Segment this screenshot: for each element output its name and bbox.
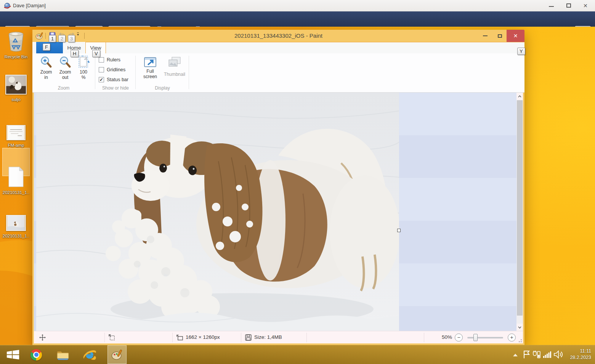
taskbar: 11:11 28.2.2023 xyxy=(0,345,595,364)
desktop-icon-photo-20210131[interactable]: 20210131_1.. xyxy=(2,215,30,238)
taskbar-paint-button[interactable] xyxy=(107,345,127,364)
clock-date: 28.2.2023 xyxy=(570,354,591,361)
zoom-100-label: 100 xyxy=(80,69,87,75)
viewer-toolbar: Full screen Remote control Save screen S… xyxy=(0,11,595,27)
zoom-slider-thumb[interactable] xyxy=(473,334,478,341)
desktop-icon-label: 20210131_1.. xyxy=(2,234,30,238)
network-signal-icon[interactable] xyxy=(543,351,552,358)
resize-grip-icon[interactable] xyxy=(517,338,522,342)
zoom-out-status-button[interactable]: − xyxy=(455,334,463,342)
show-hidden-icons-arrow[interactable] xyxy=(513,354,518,356)
remote-desktop: Recycle Bin suljo FM-amp xyxy=(0,27,595,364)
thumbnail-button-disabled: Thumbnail xyxy=(162,55,187,77)
zoom-out-label2: out xyxy=(62,75,69,80)
zoom-group-label: Zoom xyxy=(32,85,95,91)
desktop-icon-label: 20210131_1.. xyxy=(2,190,30,195)
thumbnail-label: Thumbnail xyxy=(164,72,185,77)
viewer-close-icon[interactable]: ✕ xyxy=(583,3,588,9)
zoom-out-button[interactable]: Zoom out xyxy=(56,55,74,80)
photo-thumbnail-icon xyxy=(6,215,26,231)
keytip-save: 1 xyxy=(49,35,56,42)
group-separator xyxy=(135,56,136,89)
selection-size-icon xyxy=(109,334,115,341)
taskbar-file-explorer-button[interactable] xyxy=(54,345,72,364)
zoom-in-status-button[interactable]: + xyxy=(508,334,516,342)
chrome-icon xyxy=(30,349,42,361)
status-separator xyxy=(424,333,424,342)
status-bar-checkbox[interactable]: ✓ xyxy=(99,77,104,82)
paint-titlebar: ▾ 20210131_133443302_iOS - Paint ✕ xyxy=(32,30,524,42)
paint-minimize-button[interactable] xyxy=(478,30,492,42)
zoom-slider-track[interactable] xyxy=(467,337,503,338)
zoom-in-label: Zoom xyxy=(40,69,52,75)
file-explorer-icon xyxy=(56,349,69,361)
group-separator xyxy=(95,56,95,89)
file-size: Size: 1,4MB xyxy=(254,334,282,340)
vertical-scrollbar[interactable] xyxy=(516,93,523,331)
start-button[interactable] xyxy=(3,345,23,364)
internet-explorer-icon xyxy=(83,349,96,361)
full-screen-icon xyxy=(143,56,157,69)
power-battery-icon[interactable] xyxy=(533,350,540,359)
rulers-checkbox[interactable] xyxy=(99,57,104,63)
taskbar-chrome-button[interactable] xyxy=(27,345,45,364)
keytip-undo: 2 xyxy=(58,35,66,42)
paint-canvas[interactable] xyxy=(36,93,399,331)
status-separator xyxy=(172,333,173,342)
zoom-out-icon xyxy=(59,56,72,69)
desktop-icon-label: suljo xyxy=(2,97,30,102)
desktop-icon-fm-amp[interactable]: FM-amp xyxy=(2,125,30,148)
canvas-size-icon xyxy=(176,334,183,341)
scroll-up-button[interactable] xyxy=(516,93,523,100)
full-screen-ribbon-button[interactable]: Full screen xyxy=(140,55,160,79)
gridlines-checkbox[interactable] xyxy=(99,67,104,72)
volume-icon[interactable] xyxy=(554,350,563,359)
zoom-100-icon xyxy=(77,56,90,69)
zoom-in-button[interactable]: Zoom in xyxy=(37,55,55,80)
action-center-flag-icon[interactable] xyxy=(523,350,530,359)
paint-close-button[interactable]: ✕ xyxy=(507,30,524,42)
desktop-icon-label: FM-amp xyxy=(2,143,30,148)
paint-workspace xyxy=(34,93,523,331)
ribbon-tab-row: Home View ? xyxy=(32,42,524,53)
windows-logo-icon xyxy=(6,350,20,360)
chevron-up-icon xyxy=(518,95,521,98)
disk-icon xyxy=(245,334,252,341)
rulers-checkbox-row[interactable]: Rulers xyxy=(99,57,120,63)
paint-maximize-button[interactable] xyxy=(493,30,507,42)
paint-window-title: 20210131_133443302_iOS - Paint xyxy=(32,32,524,39)
clock-time: 11:11 xyxy=(570,348,591,354)
paint-icon xyxy=(111,349,123,361)
status-bar-checkbox-row[interactable]: ✓ Status bar xyxy=(99,77,128,82)
viewer-maximize-icon[interactable] xyxy=(566,3,571,8)
photo-thumbnail-icon xyxy=(5,75,27,95)
zoom-level: 50% xyxy=(442,334,452,340)
viewer-titlebar: Dave [Damjan] ✕ xyxy=(0,0,595,11)
cursor-position-icon xyxy=(39,334,46,341)
scrollbar-thumb[interactable] xyxy=(517,100,523,316)
paint-window: ▾ 20210131_133443302_iOS - Paint ✕ 1 2 3… xyxy=(32,30,524,345)
desktop-icon-recycle-bin[interactable]: Recycle Bin xyxy=(2,31,30,59)
viewer-app: Dave [Damjan] ✕ Full screen Remote contr… xyxy=(0,0,595,364)
desktop-icon-suljo[interactable]: suljo xyxy=(2,75,30,102)
keytip-file: F xyxy=(43,43,50,51)
viewer-minimize-icon[interactable] xyxy=(549,6,554,7)
file-icon xyxy=(7,166,25,188)
canvas-resize-handle[interactable] xyxy=(397,229,401,232)
dog-in-snow-image xyxy=(36,93,399,331)
keytip-redo: 3 xyxy=(68,35,75,42)
taskbar-internet-explorer-button[interactable] xyxy=(81,345,98,364)
zoom-100-button[interactable]: 100 % xyxy=(75,55,92,80)
recycle-bin-icon xyxy=(7,31,25,52)
taskbar-clock[interactable]: 11:11 28.2.2023 xyxy=(570,348,591,361)
gridlines-label: Gridlines xyxy=(107,67,125,72)
paint-status-bar: 1662 × 1260px Size: 1,4MB 50% − + xyxy=(34,331,523,343)
gridlines-checkbox-row[interactable]: Gridlines xyxy=(99,67,125,72)
zoom-in-icon xyxy=(40,56,53,69)
scroll-down-button[interactable] xyxy=(516,324,523,331)
zoom-in-label2: in xyxy=(44,75,48,80)
desktop-icon-label: Recycle Bin xyxy=(2,55,30,59)
canvas-dimensions: 1662 × 1260px xyxy=(186,334,220,340)
desktop-icon-file-20210131[interactable]: 20210131_1.. xyxy=(2,166,30,195)
full-screen-label2: screen xyxy=(143,74,157,79)
